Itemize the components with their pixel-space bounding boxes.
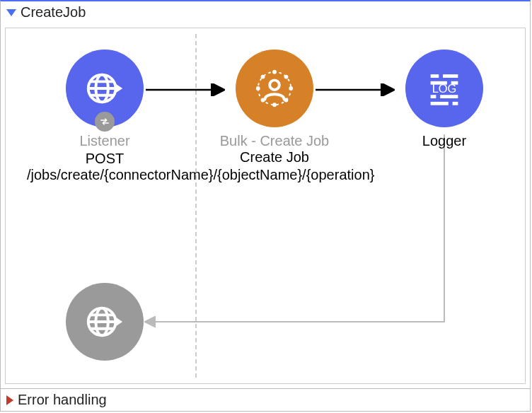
flow-canvas[interactable]: Listener POST /jobs/create/{connectorNam… — [5, 28, 526, 384]
node-logger[interactable]: LOG Logger — [366, 50, 522, 149]
flow-header[interactable]: CreateJob — [1, 1, 530, 23]
node-response[interactable] — [27, 283, 183, 366]
createjob-icon-circle — [236, 50, 313, 127]
svg-point-14 — [256, 86, 260, 91]
error-section-title: Error handling — [18, 392, 107, 408]
logger-icon-circle: LOG — [405, 50, 483, 127]
flow-panel: CreateJob — [0, 0, 531, 412]
user-beads-icon — [253, 66, 296, 110]
node-listener[interactable]: Listener POST /jobs/create/{connectorNam… — [27, 50, 183, 183]
svg-point-8 — [272, 70, 277, 74]
exchange-badge-icon — [95, 112, 115, 132]
node-type-label: Listener — [27, 133, 183, 149]
node-display-label: Logger — [366, 133, 522, 149]
flow-title: CreateJob — [21, 4, 86, 21]
svg-text:LOG: LOG — [432, 82, 457, 95]
svg-point-10 — [289, 86, 293, 91]
node-create-job[interactable]: Bulk - Create Job Create Job — [197, 50, 352, 165]
svg-point-12 — [272, 103, 277, 107]
chevron-down-icon — [6, 9, 16, 16]
log-icon: LOG — [422, 66, 466, 110]
error-handling-header[interactable]: Error handling — [1, 388, 530, 411]
node-type-label: Bulk - Create Job — [197, 133, 352, 149]
svg-point-16 — [270, 80, 279, 90]
globe-arrow-icon — [83, 66, 127, 110]
svg-point-15 — [261, 75, 265, 79]
response-icon-circle — [66, 283, 144, 361]
listener-icon-circle — [66, 50, 144, 127]
node-path-label: POST /jobs/create/{connectorName}/{objec… — [27, 151, 183, 183]
chevron-right-icon — [6, 395, 13, 405]
svg-point-9 — [284, 75, 289, 79]
globe-arrow-icon — [83, 300, 127, 344]
node-display-label: Create Job — [197, 149, 352, 165]
